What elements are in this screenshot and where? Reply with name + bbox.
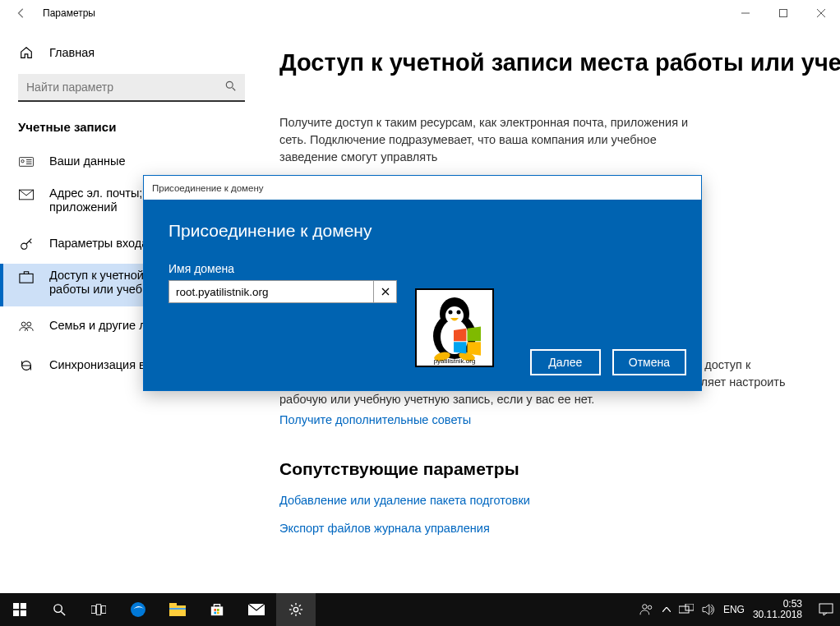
start-button[interactable] [0,593,39,626]
svg-rect-35 [211,606,223,615]
svg-rect-52 [679,606,689,613]
svg-point-12 [21,322,25,326]
svg-rect-1 [780,10,787,17]
briefcase-icon [18,269,35,285]
svg-rect-36 [214,609,216,611]
taskbar-settings-icon[interactable] [276,593,316,626]
taskbar: ENG 0:53 30.11.2018 [0,593,840,626]
svg-rect-11 [20,274,33,283]
taskbar-mail-icon[interactable] [237,593,276,626]
svg-rect-53 [685,604,694,610]
svg-point-17 [445,306,464,325]
taskbar-search-button[interactable] [39,593,79,626]
taskbar-clock[interactable]: 0:53 30.11.2018 [753,599,810,620]
svg-rect-28 [91,606,95,614]
svg-point-2 [226,81,233,88]
svg-point-18 [449,311,453,315]
dialog-titlebar[interactable]: Присоединение к домену [144,175,701,200]
svg-rect-29 [96,605,100,615]
window-titlebar: Параметры [0,0,840,26]
svg-rect-30 [102,606,106,614]
close-button[interactable] [802,0,840,26]
svg-point-41 [293,607,298,611]
cancel-button[interactable]: Отмена [612,349,686,375]
sync-icon [18,357,35,374]
svg-rect-38 [214,612,216,614]
svg-rect-25 [21,610,26,616]
logo-caption: pyatilistnik.org [434,357,476,365]
sidebar-section-title: Учетные записи [0,113,263,142]
back-button[interactable] [3,0,39,26]
svg-point-26 [53,604,61,611]
svg-line-48 [299,605,301,606]
svg-point-50 [643,605,647,609]
svg-rect-37 [217,609,219,611]
clock-date: 30.11.2018 [753,610,802,620]
intro-text: Получите доступ к таким ресурсам, как эл… [279,114,690,166]
domain-name-input[interactable] [168,280,374,303]
brand-logo: pyatilistnik.org [415,288,494,367]
taskbar-store-icon[interactable] [197,593,237,626]
provisioning-package-link[interactable]: Добавление или удаление пакета подготовк… [279,494,840,507]
sidebar-item-label: Параметры входа [49,237,148,251]
maximize-button[interactable] [764,0,802,26]
svg-line-49 [291,613,293,614]
language-indicator[interactable]: ENG [723,604,745,615]
svg-rect-39 [217,612,219,614]
svg-line-3 [233,88,236,91]
minimize-button[interactable] [727,0,764,26]
task-view-button[interactable] [79,593,118,626]
svg-point-13 [27,322,31,326]
related-settings-heading: Сопутствующие параметры [279,459,840,479]
taskbar-explorer-icon[interactable] [158,593,197,626]
sidebar-home[interactable]: Главная [0,36,263,69]
get-tips-link[interactable]: Получите дополнительные советы [279,413,840,426]
action-center-icon[interactable] [819,603,833,616]
volume-tray-icon[interactable] [702,604,715,615]
svg-rect-33 [169,603,177,606]
svg-rect-54 [819,604,833,613]
svg-rect-34 [169,608,186,610]
clear-input-button[interactable] [374,280,397,303]
svg-line-47 [299,613,301,614]
svg-rect-24 [13,610,19,616]
dialog-heading: Присоединение к домену [168,221,676,241]
search-icon [225,81,237,92]
id-card-icon [18,154,35,170]
system-tray: ENG 0:53 30.11.2018 [639,599,840,620]
network-tray-icon[interactable] [679,604,694,615]
home-icon [18,44,35,61]
search-input[interactable] [18,74,245,102]
taskbar-edge-icon[interactable] [118,593,158,626]
mail-icon [18,186,35,203]
window-title: Параметры [43,7,95,19]
page-title: Доступ к учетной записи места работы или… [279,49,840,76]
export-log-link[interactable]: Экспорт файлов журнала управления [279,522,840,535]
people-tray-icon[interactable] [639,603,654,616]
svg-line-46 [291,605,293,606]
tray-overflow-icon[interactable] [662,607,671,612]
sidebar-item-label: Ваши данные [49,154,126,168]
people-icon [18,318,35,334]
dialog-title: Присоединение к домену [152,183,263,193]
svg-point-19 [457,311,461,315]
svg-rect-32 [169,605,186,616]
svg-line-27 [61,611,65,615]
next-button[interactable]: Далее [530,349,601,375]
key-icon [18,236,35,252]
svg-point-51 [648,605,651,609]
domain-name-label: Имя домена [168,262,676,275]
sidebar-home-label: Главная [49,46,95,59]
svg-point-5 [21,160,24,163]
svg-rect-22 [13,603,19,609]
join-domain-dialog: Присоединение к домену Присоединение к д… [143,175,702,391]
svg-rect-23 [21,603,26,609]
svg-point-10 [21,243,27,249]
